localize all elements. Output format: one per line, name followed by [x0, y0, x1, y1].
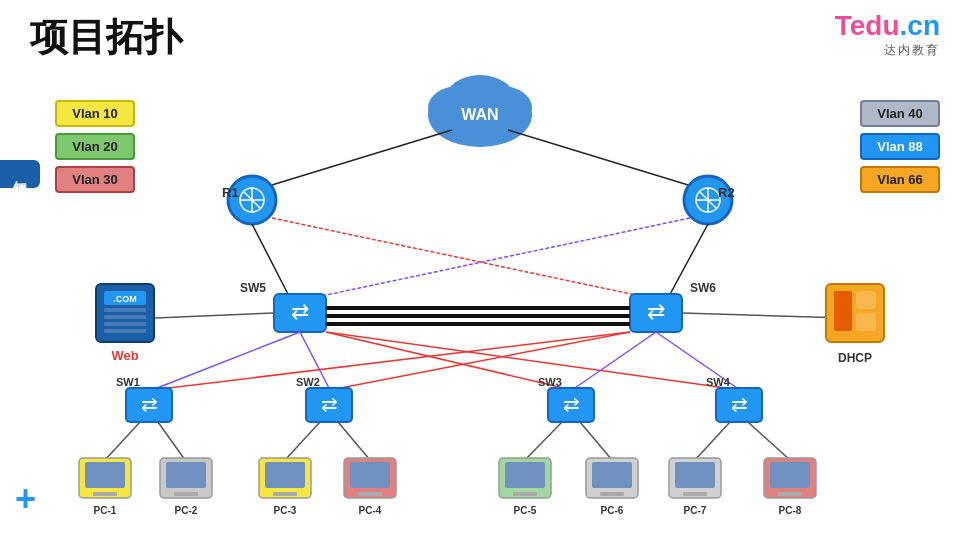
logo-sub: 达内教育 [884, 42, 940, 59]
svg-rect-78 [499, 458, 551, 498]
svg-text:⇄: ⇄ [291, 299, 309, 324]
svg-rect-23 [274, 294, 326, 332]
vlan-88-badge: Vlan 88 [860, 133, 940, 160]
svg-rect-104 [856, 291, 876, 309]
svg-text:SW6: SW6 [690, 281, 716, 295]
svg-point-1 [428, 86, 488, 130]
svg-text:⇄: ⇄ [141, 393, 158, 415]
svg-rect-92 [778, 492, 802, 496]
svg-line-34 [152, 332, 630, 390]
svg-text:PC-2: PC-2 [175, 505, 198, 516]
vlan-66-badge: Vlan 66 [860, 166, 940, 193]
svg-text:SW4: SW4 [706, 376, 731, 388]
svg-rect-71 [265, 462, 305, 488]
svg-line-59 [748, 422, 790, 460]
svg-rect-105 [856, 313, 876, 331]
svg-text:PC-5: PC-5 [514, 505, 537, 516]
svg-rect-103 [834, 291, 852, 331]
svg-text:PC-4: PC-4 [359, 505, 382, 516]
vlan-40-badge: Vlan 40 [860, 100, 940, 127]
network-diagram: WAN R1 R2 ⇄ SW5 ⇄ SW6 [0, 0, 960, 540]
svg-text:PC-1: PC-1 [94, 505, 117, 516]
svg-line-32 [326, 332, 572, 390]
svg-rect-49 [716, 388, 762, 422]
svg-rect-95 [104, 291, 146, 305]
svg-line-6 [508, 130, 698, 188]
svg-rect-86 [669, 458, 721, 498]
svg-rect-79 [505, 462, 545, 488]
plus-icon: + [15, 478, 36, 520]
svg-rect-63 [85, 462, 125, 488]
svg-rect-75 [350, 462, 390, 488]
svg-rect-72 [273, 492, 297, 496]
vlan-10-badge: Vlan 10 [55, 100, 135, 127]
svg-rect-80 [513, 492, 537, 496]
svg-text:SW3: SW3 [538, 376, 562, 388]
svg-rect-88 [683, 492, 707, 496]
svg-line-21 [272, 218, 650, 298]
svg-text:R2: R2 [718, 185, 735, 200]
vlan-left-group: Vlan 10 Vlan 20 Vlan 30 [55, 100, 135, 193]
svg-rect-90 [764, 458, 816, 498]
vlan-20-badge: Vlan 20 [55, 133, 135, 160]
svg-line-60 [155, 313, 274, 318]
svg-rect-98 [104, 315, 146, 319]
svg-rect-26 [630, 294, 682, 332]
svg-text:⇄: ⇄ [647, 299, 665, 324]
svg-rect-87 [675, 462, 715, 488]
svg-line-9 [244, 192, 260, 208]
svg-text:SW1: SW1 [116, 376, 140, 388]
svg-rect-40 [126, 388, 172, 422]
svg-rect-97 [104, 308, 146, 312]
svg-point-7 [228, 176, 276, 224]
svg-text:PC-8: PC-8 [779, 505, 802, 516]
svg-text:SW5: SW5 [240, 281, 266, 295]
svg-line-39 [656, 332, 740, 390]
svg-line-36 [152, 332, 300, 390]
logo: Tedu.cn 达内教育 [835, 10, 940, 59]
svg-text:PC-6: PC-6 [601, 505, 624, 516]
svg-text:R1: R1 [222, 185, 239, 200]
svg-line-54 [285, 422, 320, 460]
svg-line-53 [158, 422, 185, 460]
svg-point-13 [684, 176, 732, 224]
svg-rect-76 [358, 492, 382, 496]
svg-line-37 [300, 332, 330, 390]
svg-rect-68 [174, 492, 198, 496]
svg-text:.COM: .COM [113, 294, 137, 304]
svg-line-33 [326, 332, 740, 390]
svg-line-15 [700, 192, 716, 208]
svg-text:⇄: ⇄ [563, 393, 580, 415]
svg-text:DHCP: DHCP [838, 351, 872, 365]
svg-rect-66 [160, 458, 212, 498]
svg-rect-46 [548, 388, 594, 422]
svg-rect-84 [600, 492, 624, 496]
svg-text:Web: Web [111, 348, 138, 363]
svg-point-14 [696, 188, 720, 212]
svg-rect-83 [592, 462, 632, 488]
svg-rect-70 [259, 458, 311, 498]
svg-text:PC-7: PC-7 [684, 505, 707, 516]
svg-line-57 [580, 422, 612, 460]
svg-line-35 [330, 332, 630, 390]
vlan-30-badge: Vlan 30 [55, 166, 135, 193]
svg-rect-100 [104, 329, 146, 333]
svg-rect-43 [306, 388, 352, 422]
svg-line-55 [338, 422, 370, 460]
svg-rect-67 [166, 462, 206, 488]
svg-point-3 [445, 75, 515, 125]
logo-brand: Tedu.cn [835, 10, 940, 42]
knowledge-sidebar: 知识讲解 [0, 160, 40, 188]
svg-line-52 [105, 422, 140, 460]
svg-line-5 [262, 130, 452, 188]
svg-line-19 [252, 224, 290, 298]
svg-text:PC-3: PC-3 [274, 505, 297, 516]
svg-text:WAN: WAN [461, 106, 498, 123]
svg-rect-102 [826, 284, 884, 342]
svg-rect-82 [586, 458, 638, 498]
svg-text:⇄: ⇄ [731, 393, 748, 415]
svg-line-22 [312, 218, 690, 298]
svg-rect-94 [96, 284, 154, 342]
svg-line-58 [695, 422, 730, 460]
svg-rect-64 [93, 492, 117, 496]
